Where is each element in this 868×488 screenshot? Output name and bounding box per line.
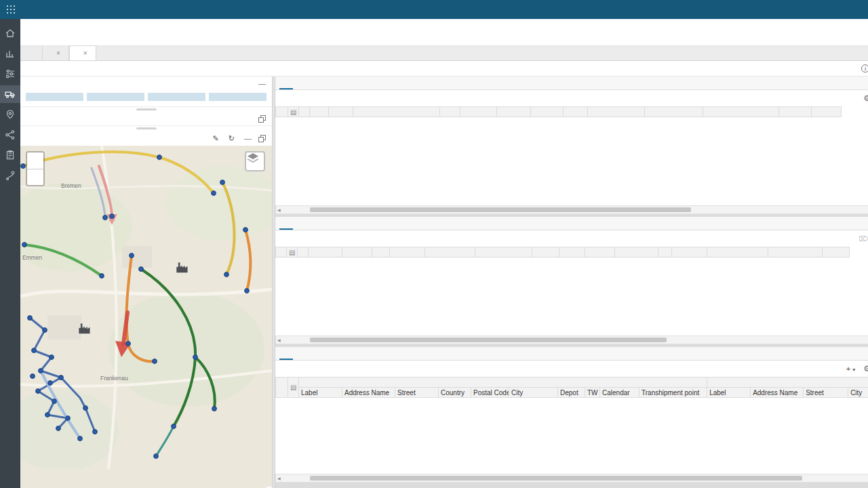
scroll-left-icon[interactable]: ◀ <box>277 207 281 212</box>
tours-table-wrap: ▤ <box>275 106 868 205</box>
select-all-icon[interactable]: ▤ <box>288 378 299 398</box>
column-header[interactable] <box>768 247 823 258</box>
sections-horizontal-scrollbar[interactable]: ◀ ▶ <box>275 474 868 483</box>
dock-tab-stops[interactable] <box>279 217 293 230</box>
info-icon[interactable]: i <box>861 64 868 73</box>
column-header[interactable]: Label <box>299 388 342 398</box>
collapse-map-icon[interactable]: — <box>244 134 252 142</box>
group-header-start <box>299 378 707 388</box>
zoom-out-button[interactable] <box>27 169 43 185</box>
zoom-in-button[interactable] <box>27 152 43 169</box>
scroll-left-icon[interactable]: ◀ <box>277 338 281 342</box>
column-header[interactable] <box>779 107 812 117</box>
gear-icon[interactable]: ⚙ <box>863 94 868 103</box>
column-header[interactable] <box>703 107 779 117</box>
stops-delete-button[interactable]: ⌦ <box>859 235 868 243</box>
column-header[interactable] <box>425 247 475 258</box>
column-header[interactable] <box>672 247 707 258</box>
column-header[interactable] <box>645 107 703 117</box>
column-header[interactable] <box>475 247 532 258</box>
sidebar-item-transport-planning[interactable] <box>0 85 20 103</box>
open-tabs-button[interactable]: + ▾ <box>846 365 856 373</box>
horizontal-splitter[interactable] <box>20 106 272 112</box>
stops-table-wrap: ▤ <box>275 247 868 336</box>
column-header[interactable] <box>329 107 353 117</box>
column-header[interactable]: Postal Code <box>471 388 509 398</box>
map-canvas[interactable]: BremenEmmenFrankenau <box>20 146 272 488</box>
column-header[interactable] <box>812 107 842 117</box>
column-header[interactable] <box>390 247 425 258</box>
dock-tab-tours[interactable] <box>279 77 293 89</box>
column-header[interactable] <box>310 107 329 117</box>
dock-tab-transport-sections[interactable] <box>279 347 293 360</box>
tours-dock-strip: ▾ <box>275 77 868 90</box>
column-header[interactable] <box>707 247 768 258</box>
column-header[interactable]: Depot <box>558 388 585 398</box>
tours-panel: ⚙ ▤ <box>275 90 868 214</box>
sections-table: ▤ LabelAddress NameStreetCountryPostal C… <box>275 377 868 398</box>
select-all-icon[interactable]: ▤ <box>287 247 298 258</box>
refresh-icon: ↻ <box>229 134 235 143</box>
map-settings-button[interactable]: ✎ <box>213 134 222 143</box>
popout-icon[interactable] <box>258 115 266 123</box>
column-header[interactable] <box>823 247 850 258</box>
tab-planning-profiles[interactable]: × <box>43 45 69 60</box>
map-update-button[interactable]: ↻ <box>229 134 237 143</box>
sidebar-item-locations[interactable] <box>0 106 20 123</box>
close-tab-icon[interactable]: × <box>56 49 60 57</box>
column-header[interactable] <box>309 247 342 258</box>
column-header[interactable] <box>353 107 440 117</box>
column-header[interactable]: Street <box>395 388 439 398</box>
topbar <box>0 0 868 19</box>
column-header[interactable]: Address Name <box>751 388 804 398</box>
transport-sections-panel: + ▾ ⚙ ▤ <box>275 361 868 483</box>
select-all-icon[interactable]: ▤ <box>288 107 299 117</box>
column-header[interactable] <box>342 247 372 258</box>
column-header[interactable] <box>658 247 672 258</box>
sidebar-item-profiles[interactable] <box>0 65 20 83</box>
column-header[interactable] <box>615 247 658 258</box>
sidebar-item-analytics[interactable] <box>0 45 20 62</box>
column-header[interactable]: Address Name <box>342 388 395 398</box>
column-header[interactable]: Country <box>439 388 471 398</box>
stops-horizontal-scrollbar[interactable]: ◀ ▶ <box>275 336 868 344</box>
left-panel: — ✎ ↻ <box>20 77 272 488</box>
column-header[interactable]: Label <box>707 388 751 398</box>
app-grid-icon[interactable] <box>7 5 15 14</box>
column-header[interactable]: City <box>848 388 868 398</box>
tab-selection-of-transport-orders[interactable] <box>26 45 43 60</box>
column-header[interactable]: Street <box>804 388 848 398</box>
row-count <box>276 107 288 117</box>
map-layers-button[interactable] <box>245 151 265 171</box>
column-header[interactable] <box>531 107 564 117</box>
column-header[interactable]: Calendar <box>600 388 639 398</box>
column-header[interactable] <box>372 247 390 258</box>
trash-icon: ⌦ <box>859 235 868 243</box>
horizontal-splitter[interactable] <box>20 125 272 131</box>
column-header[interactable] <box>497 107 531 117</box>
scroll-left-icon[interactable]: ◀ <box>277 476 281 481</box>
sidebar-item-routes[interactable] <box>0 167 20 184</box>
column-header[interactable] <box>440 107 460 117</box>
column-header[interactable] <box>460 107 497 117</box>
collapse-kpis-icon[interactable]: — <box>258 79 266 87</box>
column-header[interactable]: Transhipment point <box>639 388 707 398</box>
vehicle-operation-plan-header <box>20 112 272 125</box>
column-header[interactable] <box>532 247 559 258</box>
gear-icon[interactable]: ⚙ <box>863 364 868 373</box>
popout-icon[interactable] <box>258 135 266 142</box>
tours-horizontal-scrollbar[interactable]: ◀ ▶ <box>275 205 868 214</box>
column-header[interactable] <box>559 247 585 258</box>
kpi-distance <box>87 93 144 101</box>
column-header[interactable] <box>564 107 588 117</box>
sliders-icon <box>5 68 16 79</box>
sidebar-item-home[interactable] <box>0 24 20 42</box>
column-header[interactable] <box>585 247 615 258</box>
sidebar-item-network[interactable] <box>0 126 20 144</box>
sidebar-item-orders[interactable] <box>0 146 20 164</box>
tab-planning[interactable]: × <box>69 45 96 60</box>
column-header[interactable]: City <box>509 388 558 398</box>
column-header[interactable] <box>588 107 645 117</box>
close-tab-icon[interactable]: × <box>83 49 87 57</box>
column-header[interactable]: TW <box>585 388 600 398</box>
